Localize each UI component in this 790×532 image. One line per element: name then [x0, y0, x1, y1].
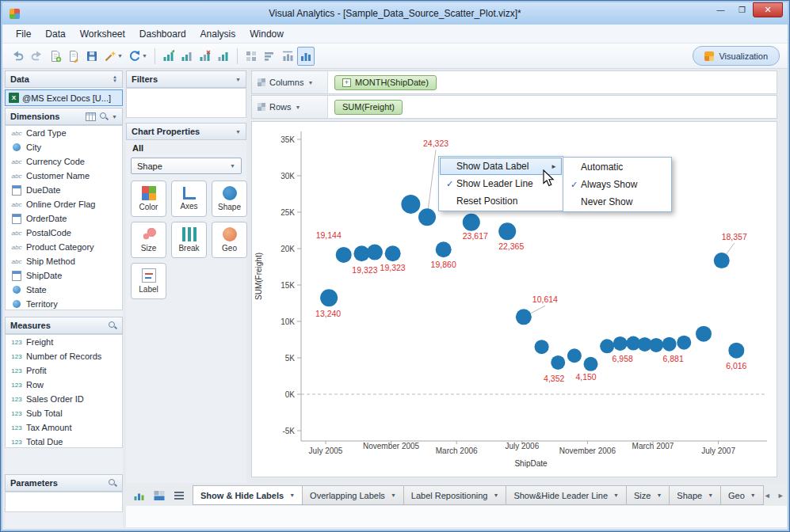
- tab-dropdown-icon[interactable]: ▼: [613, 492, 619, 498]
- minimize-button[interactable]: —: [710, 2, 731, 17]
- data-point[interactable]: [696, 326, 712, 342]
- data-point[interactable]: [649, 338, 663, 352]
- measures-header[interactable]: Measures: [5, 317, 123, 334]
- undo-button[interactable]: [9, 47, 27, 66]
- worksheet-tab[interactable]: Geo ▼: [721, 485, 764, 505]
- worksheet-tab[interactable]: Size ▼: [627, 485, 670, 505]
- data-label[interactable]: 6,016: [726, 361, 746, 370]
- menu-item[interactable]: Worksheet: [73, 26, 132, 42]
- chart-properties-header[interactable]: Chart Properties ▼: [126, 123, 246, 140]
- property-button[interactable]: Shape: [212, 180, 247, 217]
- data-point[interactable]: [535, 340, 549, 354]
- chart-type-select[interactable]: Shape ▼: [131, 158, 242, 174]
- context-submenu-item[interactable]: ✓ Never Show: [564, 193, 670, 211]
- chevron-down-icon[interactable]: ▼: [235, 129, 241, 135]
- new-worksheet-button[interactable]: [47, 47, 64, 66]
- property-button[interactable]: Size: [131, 222, 166, 258]
- context-submenu-item[interactable]: ✓ Automatic: [564, 158, 670, 176]
- data-point[interactable]: [714, 253, 730, 268]
- parameters-header[interactable]: Parameters: [5, 474, 123, 492]
- dimension-item[interactable]: Product Category: [6, 240, 122, 254]
- worksheet-tab[interactable]: Shape ▼: [670, 485, 721, 505]
- dimension-item[interactable]: ShipDate: [6, 268, 122, 283]
- tab-dropdown-icon[interactable]: ▼: [493, 492, 498, 498]
- data-point[interactable]: [516, 309, 532, 325]
- tab-dropdown-icon[interactable]: ▼: [391, 492, 396, 498]
- new-worksheet-tab-button[interactable]: [131, 486, 148, 505]
- worksheet-tab[interactable]: Label Repositioning ▼: [404, 485, 507, 505]
- dimension-item[interactable]: Customer Name: [6, 169, 122, 183]
- filters-shelf[interactable]: [126, 88, 246, 118]
- chevron-down-icon[interactable]: ▼: [235, 77, 241, 82]
- dimension-item[interactable]: OrderDate: [6, 211, 122, 226]
- data-point[interactable]: [567, 348, 582, 363]
- data-label[interactable]: 19,860: [431, 260, 456, 269]
- data-point[interactable]: [600, 339, 614, 353]
- data-label[interactable]: 19,323: [352, 265, 377, 275]
- data-point[interactable]: [367, 245, 383, 260]
- data-point[interactable]: [498, 222, 516, 240]
- chevron-down-icon[interactable]: ▼: [112, 114, 117, 120]
- measure-item[interactable]: Freight: [6, 335, 122, 349]
- data-label[interactable]: 6,958: [613, 354, 633, 363]
- dimensions-header[interactable]: Dimensions ▼: [5, 108, 123, 125]
- data-point[interactable]: [728, 343, 744, 359]
- data-point[interactable]: [418, 208, 436, 226]
- tab-dropdown-icon[interactable]: ▼: [708, 492, 713, 498]
- chart-clear-button[interactable]: [197, 47, 214, 66]
- data-label[interactable]: 18,357: [722, 232, 747, 241]
- data-label[interactable]: 22,365: [498, 241, 524, 251]
- data-label[interactable]: 19,323: [380, 263, 406, 272]
- dimension-item[interactable]: Online Order Flag: [6, 197, 122, 211]
- menu-item[interactable]: Window: [242, 26, 291, 42]
- format-dropdown-icon[interactable]: ▼: [117, 53, 123, 59]
- grid-view-button[interactable]: [242, 47, 260, 66]
- measure-item[interactable]: Row: [6, 378, 122, 392]
- open-button[interactable]: [65, 47, 82, 66]
- fit-chart-button[interactable]: [279, 47, 296, 66]
- property-button[interactable]: Color: [131, 180, 166, 217]
- columns-shelf-button[interactable]: Columns ▼: [252, 71, 328, 93]
- data-point[interactable]: [436, 241, 452, 257]
- rows-shelf-button[interactable]: Rows ▼: [252, 96, 328, 118]
- data-label[interactable]: 4,150: [575, 372, 596, 382]
- insert-chart-button[interactable]: [160, 47, 177, 66]
- search-icon[interactable]: [108, 478, 117, 488]
- columns-pill[interactable]: + MONTH(ShipDate): [334, 75, 437, 90]
- parameters-list[interactable]: [5, 492, 123, 512]
- worksheet-list-button[interactable]: [170, 486, 188, 505]
- data-label[interactable]: 10,614: [532, 294, 558, 304]
- rows-pill[interactable]: SUM(Freight): [334, 100, 403, 115]
- property-button[interactable]: Label: [131, 263, 166, 299]
- refresh-data-button[interactable]: ▼: [126, 47, 150, 66]
- close-button[interactable]: ✕: [753, 2, 783, 17]
- sort-toggle-icon[interactable]: ▲▼: [113, 75, 117, 83]
- menu-item[interactable]: File: [9, 26, 38, 42]
- data-point[interactable]: [613, 336, 628, 351]
- property-button[interactable]: Axes: [171, 180, 207, 217]
- dimension-item[interactable]: State: [6, 283, 122, 297]
- dimension-item[interactable]: Ship Method: [6, 254, 122, 268]
- property-button[interactable]: Geo: [212, 222, 247, 258]
- menu-item[interactable]: Dashboard: [132, 26, 193, 42]
- tab-dropdown-icon[interactable]: ▼: [656, 492, 662, 498]
- dimension-item[interactable]: PostalCode: [6, 226, 122, 240]
- property-button[interactable]: Break: [171, 222, 207, 258]
- tab-scroll-left-button[interactable]: ◄: [764, 492, 771, 500]
- data-point[interactable]: [677, 336, 691, 350]
- context-submenu-item[interactable]: ✓ Always Show: [564, 176, 670, 193]
- data-point[interactable]: [401, 195, 420, 214]
- save-button[interactable]: [83, 47, 101, 66]
- tab-dropdown-icon[interactable]: ▼: [750, 492, 756, 498]
- filters-header[interactable]: Filters ▼: [126, 70, 246, 88]
- measure-item[interactable]: Tax Amount: [6, 420, 122, 435]
- dimension-item[interactable]: City: [6, 140, 122, 154]
- data-point[interactable]: [320, 289, 338, 306]
- data-point[interactable]: [385, 245, 401, 261]
- worksheet-tab[interactable]: Overlapping Labels ▼: [303, 485, 404, 505]
- dimension-item[interactable]: DueDate: [6, 183, 122, 197]
- chart-plain-button[interactable]: [215, 47, 232, 66]
- data-label[interactable]: 19,144: [316, 230, 342, 240]
- menu-item[interactable]: Data: [38, 26, 72, 42]
- data-label[interactable]: 13,240: [315, 309, 341, 318]
